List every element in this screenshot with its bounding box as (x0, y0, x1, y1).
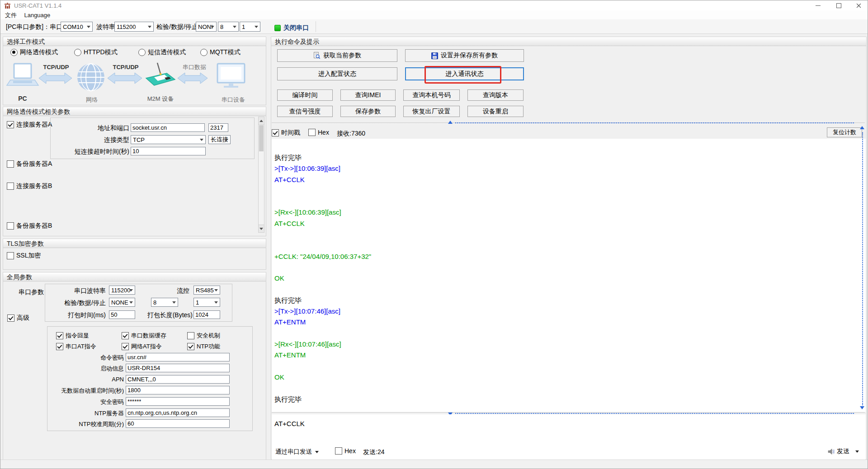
apn-input[interactable] (126, 375, 230, 384)
send-input[interactable]: AT+CCLK (274, 420, 305, 427)
chevron-down-icon (214, 301, 218, 305)
com-port-select[interactable]: COM10 (61, 22, 93, 32)
log-line (274, 262, 866, 273)
server-b-checkbox[interactable]: 连接服务器B (7, 182, 52, 190)
flag-net-at[interactable]: 网络AT指令 (122, 342, 162, 351)
send-channel-button[interactable]: 通过串口发送 (275, 448, 319, 456)
menu-file[interactable]: 文件 (2, 10, 19, 20)
save-icon (431, 52, 438, 59)
ssl-checkbox[interactable]: SSL加密 (7, 252, 41, 260)
set-save-params-button[interactable]: 设置并保存所有参数 (405, 49, 524, 62)
ntp-server-input[interactable] (126, 408, 230, 417)
baud-select[interactable]: 115200 (114, 22, 154, 32)
serial-baud-select[interactable]: 115200 (109, 286, 135, 295)
chevron-down-icon (87, 26, 90, 30)
chevron-down-icon (148, 26, 151, 30)
minimize-button[interactable] (808, 0, 828, 10)
send-hex-checkbox[interactable]: Hex (335, 447, 356, 455)
flag-serial-cache[interactable]: 串口数据缓存 (122, 332, 166, 340)
close-button[interactable] (849, 0, 868, 10)
speaker-icon (828, 448, 835, 455)
pc-serial-label: [PC串口参数]：串口号 (6, 23, 69, 31)
pack-time-input[interactable] (109, 310, 135, 319)
stopbits-select[interactable]: 1 (240, 22, 260, 32)
server-a-checkbox[interactable]: 连接服务器A (7, 121, 52, 129)
radio-sms-passthrough[interactable]: 短信透传模式 (138, 48, 186, 56)
serial-stopbits-select[interactable]: 1 (193, 298, 220, 307)
conn-type-select[interactable]: TCP (131, 135, 206, 144)
radio-mqtt[interactable]: MQTT模式 (200, 48, 241, 56)
no-data-restart-input[interactable] (126, 386, 230, 394)
parity-select[interactable]: NONI (196, 22, 217, 32)
log-scroll-up-icon[interactable] (860, 126, 864, 129)
device-restart-button[interactable]: 设备重启 (467, 106, 524, 117)
query-imei-button[interactable]: 查询IMEI (340, 89, 396, 101)
status-bar (0, 460, 868, 469)
flag-security[interactable]: 安全机制 (187, 332, 220, 340)
save-params-button[interactable]: 保存参数 (340, 106, 396, 117)
net-params-scrollbar[interactable] (258, 117, 264, 233)
chevron-down-icon (211, 26, 214, 30)
conn-type-label: 连接类型 (66, 136, 129, 144)
short-conn-timeout-input[interactable] (131, 147, 206, 155)
toolbar-separator (316, 21, 316, 32)
scroll-up-icon[interactable] (259, 117, 264, 125)
backup-a-checkbox[interactable]: 备份服务器A (7, 160, 52, 168)
log-line: AT+CCLK (274, 218, 866, 229)
short-conn-timeout-label: 短连接超时时间(秒) (52, 148, 129, 156)
chevron-down-icon (233, 26, 236, 30)
pack-len-input[interactable] (193, 310, 220, 319)
factory-reset-button[interactable]: 恢复出厂设置 (403, 106, 460, 117)
flag-cmd-echo[interactable]: 指令回显 (56, 332, 89, 340)
timestamp-checkbox[interactable]: 时间戳 (272, 129, 300, 137)
server-addr-input[interactable] (131, 123, 205, 132)
compile-time-button[interactable]: 编译时间 (277, 89, 333, 101)
query-number-button[interactable]: 查询本机号码 (403, 89, 460, 101)
splitter-grip[interactable] (455, 413, 854, 414)
databits-select[interactable]: 8 (218, 22, 239, 32)
flag-ntp[interactable]: NTP功能 (187, 342, 220, 351)
send-button[interactable]: 发送 (828, 447, 859, 455)
radio-net-passthrough[interactable]: 网络透传模式 (10, 48, 58, 56)
splitter-grip[interactable] (455, 122, 854, 123)
flow-select[interactable]: RS485 (193, 286, 220, 295)
toolbar: [PC串口参数]：串口号 COM10 波特率 115200 检验/数据/停止 N… (0, 19, 868, 34)
radio-httpd[interactable]: HTTPD模式 (74, 48, 118, 56)
boot-info-input[interactable] (126, 364, 230, 372)
command-panel-header: 执行命令及提示 (271, 37, 866, 46)
window-title: USR-CAT1 V1.1.4 (14, 2, 61, 9)
scroll-thumb[interactable] (259, 125, 264, 151)
enter-config-button[interactable]: 进入配置状态 (277, 67, 397, 80)
baud-label: 波特率 (96, 23, 115, 31)
serial-databits-select[interactable]: 8 (151, 298, 178, 307)
backup-b-checkbox[interactable]: 备份服务器B (7, 222, 52, 230)
log-scroll-down-icon[interactable] (860, 406, 864, 409)
checkbox-icon (7, 222, 14, 230)
scroll-down-icon[interactable] (259, 225, 264, 232)
reset-count-button[interactable]: 复位计数 (827, 127, 862, 137)
cmd-password-input[interactable] (126, 353, 230, 361)
advanced-checkbox[interactable]: 高级 (7, 314, 29, 322)
log-line (274, 383, 866, 394)
splitter-collapse-icon[interactable] (448, 121, 453, 124)
menu-language[interactable]: Language (21, 11, 53, 19)
server-port-input[interactable] (208, 123, 228, 132)
ntp-period-input[interactable] (126, 419, 230, 428)
flag-serial-at[interactable]: 串口AT指令 (56, 342, 96, 351)
close-port-button[interactable]: 关闭串口 (274, 24, 309, 32)
serial-parity-select[interactable]: NONE (109, 298, 135, 307)
log-hex-checkbox[interactable]: Hex (308, 129, 329, 136)
enter-comm-button[interactable]: 进入通讯状态 (405, 67, 524, 80)
maximize-button[interactable] (829, 0, 849, 10)
query-version-button[interactable]: 查询版本 (467, 89, 524, 101)
minimize-icon (816, 5, 821, 6)
get-params-button[interactable]: 获取当前参数 (277, 49, 397, 62)
node-label-pc: PC (18, 95, 27, 102)
serial-parity-label: 检验/数据/停止 (58, 299, 106, 307)
log-scrollbar-track[interactable] (862, 132, 863, 405)
security-password-input[interactable] (126, 397, 230, 406)
no-data-restart-label: 无数据自动重启时间(秒) (42, 387, 124, 395)
checkbox-icon (7, 160, 14, 168)
conn-mode-select[interactable]: 长连接 (208, 135, 231, 144)
query-signal-button[interactable]: 查信号强度 (277, 106, 333, 117)
